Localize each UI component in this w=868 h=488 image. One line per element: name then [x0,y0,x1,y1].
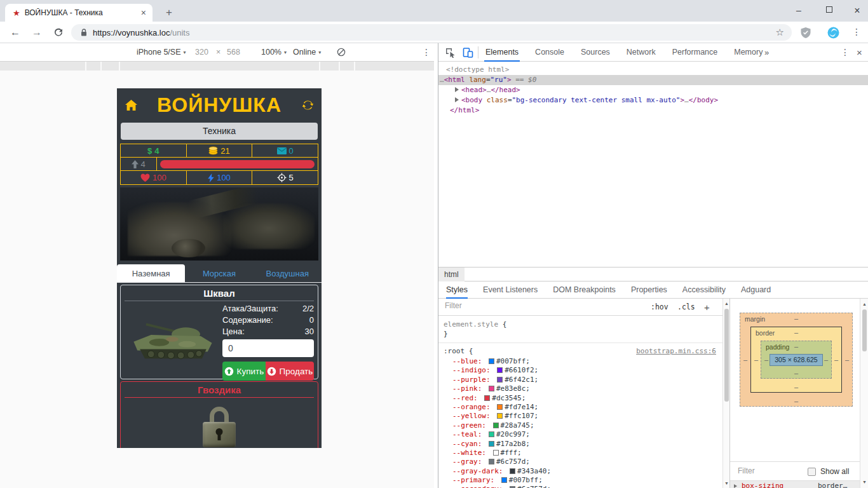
new-tab-button[interactable]: + [160,4,178,22]
styles-filter-input[interactable] [445,301,629,310]
inspect-element-icon[interactable] [445,47,456,58]
color-swatch[interactable] [497,413,503,419]
network-throttle-select[interactable]: Online▾ [293,43,321,62]
devtools-menu-button[interactable]: ⋮ [841,43,850,62]
sidebar-tab-dom-breakpoints[interactable]: DOM Breakpoints [553,281,616,299]
devtools-tab-elements[interactable]: Elements [484,43,520,62]
css-variable-row[interactable]: --yellow: #ffc107; [452,412,722,421]
class-toggle-button[interactable]: .cls [677,299,695,316]
device-height-field[interactable]: 568 [227,43,240,62]
css-variable-row[interactable]: --green: #28a745; [452,421,722,430]
device-select[interactable]: iPhone 5/SE▾ [137,43,186,62]
device-width-field[interactable]: 320 [195,43,208,62]
scroll-down-icon[interactable]: ▼ [860,480,868,484]
sidebar-tab-adguard[interactable]: Adguard [741,281,771,299]
css-variable-row[interactable]: --cyan: #17a2b8; [452,440,722,449]
buy-button[interactable]: Купить [222,362,266,381]
tab-close-icon[interactable]: × [135,8,153,18]
sidebar-tab-accessibility[interactable]: Accessibility [682,281,726,299]
home-icon[interactable] [125,100,137,111]
color-swatch[interactable] [510,468,515,474]
head-node[interactable]: <head>…</head> [438,85,868,95]
tab-ground[interactable]: Наземная [117,264,185,282]
computed-filter-input[interactable] [738,466,801,475]
color-swatch[interactable] [489,459,494,464]
hover-state-button[interactable]: :hov [651,299,668,316]
body-node[interactable]: <body class="bg-secondary text-center sm… [438,95,868,105]
css-variable-row[interactable]: --teal: #20c997; [452,430,722,439]
reload-button[interactable] [51,25,66,40]
expand-arrow-icon[interactable] [455,97,459,102]
quantity-input[interactable] [222,339,314,357]
color-swatch[interactable] [493,423,499,428]
css-variable-row[interactable]: --orange: #fd7e14; [452,403,722,412]
devtools-tab-memory[interactable]: Memory [733,43,764,62]
page-section-button[interactable]: Техника [121,123,318,140]
back-button[interactable]: ← [8,25,23,40]
css-variable-row[interactable]: --secondary: #6c757d; [452,485,722,488]
scrollbar-thumb[interactable] [724,309,729,402]
computed-scrollbar[interactable]: ▲ ▼ [860,299,868,488]
css-variable-row[interactable]: --indigo: #6610f2; [452,366,722,375]
devtools-close-button[interactable]: × [857,43,862,62]
window-maximize-button[interactable] [818,0,840,22]
sidebar-tab-properties[interactable]: Properties [631,281,667,299]
expand-arrow-icon[interactable] [455,87,459,92]
css-variable-row[interactable]: --gray: #6c757d; [452,458,722,466]
color-swatch[interactable] [497,404,503,410]
scrollbar-thumb[interactable] [862,309,867,351]
show-all-checkbox[interactable] [808,468,816,476]
color-swatch[interactable] [497,367,503,373]
more-tabs-button[interactable]: » [764,43,769,62]
address-bar[interactable]: https://voynushka.loc/units ☆ [71,24,792,41]
sidebar-tab-event-listeners[interactable]: Event Listeners [483,281,538,299]
window-close-button[interactable]: × [846,0,868,22]
css-variable-row[interactable]: --red: #dc3545; [452,394,722,403]
device-toolbar-menu-button[interactable]: ⋮ [422,43,431,62]
expand-arrow-icon[interactable] [734,484,737,488]
forward-button[interactable]: → [29,25,44,40]
box-model-padding[interactable]: padding – – – – 305 × 628.625 [761,341,832,379]
browser-menu-button[interactable]: ⋮ [849,25,864,40]
color-swatch[interactable] [497,377,503,383]
color-swatch[interactable] [484,395,490,401]
bookmark-star-icon[interactable]: ☆ [776,27,784,38]
tab-air[interactable]: Воздушная [254,264,322,282]
color-swatch[interactable] [489,441,494,447]
refresh-icon[interactable] [302,99,314,111]
devtools-tab-network[interactable]: Network [625,43,657,62]
zoom-select[interactable]: 100%▾ [261,43,287,62]
swirl-extension-icon[interactable] [827,27,839,39]
root-rule-selector[interactable]: :root { bootstrap.min.css:6 [438,346,722,356]
color-swatch[interactable] [489,358,494,364]
css-variable-row[interactable]: --white: #fff; [452,449,722,458]
html-close-node[interactable]: </html> [438,105,868,116]
scroll-up-icon[interactable]: ▲ [860,302,868,306]
breadcrumb[interactable]: html [438,268,465,281]
stylesheet-source-link[interactable]: bootstrap.min.css:6 [636,346,716,356]
devtools-tab-console[interactable]: Console [534,43,566,62]
devtools-tab-sources[interactable]: Sources [580,43,611,62]
adblock-shield-extension-icon[interactable] [800,27,811,39]
devtools-tab-performance[interactable]: Performance [671,43,719,62]
styles-scrollbar[interactable]: ▲ ▼ [722,299,729,488]
css-variable-row[interactable]: --pink: #e83e8c; [452,384,722,393]
sell-button[interactable]: Продать [266,362,314,381]
color-swatch[interactable] [493,450,499,456]
browser-tab[interactable]: ★ ВОЙНУШКА - Техника × [5,4,153,22]
color-swatch[interactable] [501,477,507,483]
box-model-margin[interactable]: margin – – – – border – – – – padding – … [740,313,853,407]
css-variable-row[interactable]: --purple: #6f42c1; [452,376,722,384]
element-style-block[interactable]: element.style { } [438,316,722,339]
window-minimize-button[interactable]: – [788,0,810,22]
toggle-device-toolbar-icon[interactable] [463,47,473,58]
color-swatch[interactable] [489,431,494,437]
box-model-content[interactable]: 305 × 628.625 [770,354,823,366]
box-model-border[interactable]: border – – – – padding – – – – 305 × 628… [750,327,842,393]
html-node-selected[interactable]: …<html lang="ru"> == $0 [438,75,868,85]
css-variable-row[interactable]: --primary: #007bff; [452,476,722,485]
tab-naval[interactable]: Морская [185,264,253,282]
css-variable-row[interactable]: --gray-dark: #343a40; [452,467,722,476]
color-swatch[interactable] [489,386,494,391]
computed-property-row[interactable]: box-sizingborder… [730,481,860,488]
